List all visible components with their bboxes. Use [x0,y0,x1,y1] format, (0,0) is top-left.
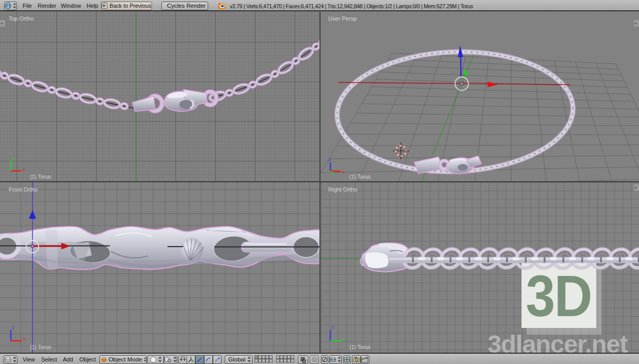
svg-text:x: x [342,169,345,175]
svg-text:(1) Torus: (1) Torus [349,174,371,180]
svg-text:y: y [12,155,14,161]
svg-text:Top Ortho: Top Ortho [9,15,33,22]
svg-text:Front Ortho: Front Ortho [9,186,38,193]
svg-text:z: z [12,324,14,330]
svg-text:Right Ortho: Right Ortho [328,186,357,193]
svg-text:(1) Torus: (1) Torus [30,174,51,180]
svg-text:x: x [23,336,26,341]
svg-text:3D: 3D [526,263,592,328]
svg-text:(1) Torus: (1) Torus [349,344,371,350]
svg-text:z: z [328,157,331,162]
svg-text:+: + [634,185,637,190]
svg-text:+: + [1,21,3,26]
svg-text:(1) Torus: (1) Torus [30,344,51,350]
svg-text:z: z [331,324,334,330]
svg-text:User Persp: User Persp [328,15,357,22]
svg-text:x: x [23,166,25,172]
svg-text:+: + [634,21,637,26]
svg-text:y: y [342,336,345,341]
